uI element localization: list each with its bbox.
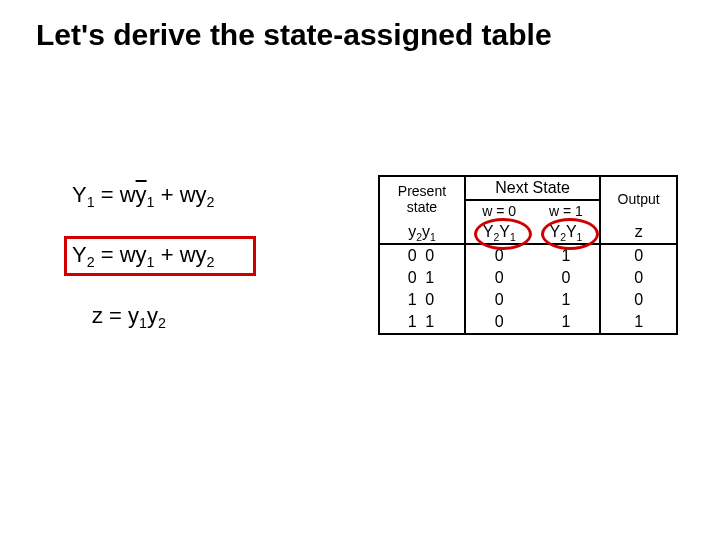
eq-z-term2: y2 [147, 303, 166, 328]
subheader-Y2Y1-w0: Y2Y1 [465, 221, 533, 244]
eq-y2-lhs: Y2 [72, 242, 95, 267]
eq-y1-term1: wy1 [120, 182, 155, 207]
col-w0-header: w = 0 [465, 200, 533, 221]
slide-title: Let's derive the state-assigned table [36, 18, 700, 52]
equation-y1: Y1 = wy1 + wy2 [72, 182, 214, 208]
col-present-header: Present state [379, 176, 465, 221]
subheader-z: z [600, 221, 677, 244]
state-table: Present state Next State Output w = 0 w … [378, 175, 678, 335]
eq-y1-lhs: Y1 [72, 182, 95, 207]
col-output-header: Output [600, 176, 677, 221]
equation-y2: Y2 = wy1 + wy2 [72, 242, 214, 268]
table-row: 0 1 0 0 0 [379, 267, 677, 289]
table-row: 0 0 0 1 0 [379, 244, 677, 267]
subheader-y2y1: y2y1 [379, 221, 465, 244]
table-row: 1 1 0 1 1 [379, 311, 677, 334]
col-nextstate-header: Next State [465, 176, 600, 200]
equation-z: z = y1y2 [92, 303, 214, 329]
eq-z-term1: y1 [128, 303, 147, 328]
col-w1-header: w = 1 [533, 200, 601, 221]
eq-y1-term2: wy2 [180, 182, 215, 207]
eq-y2-term1: wy1 [120, 242, 155, 267]
eq-y2-term2: wy2 [180, 242, 215, 267]
subheader-Y2Y1-w1: Y2Y1 [533, 221, 601, 244]
table-row: 1 0 0 1 0 [379, 289, 677, 311]
equation-block: Y1 = wy1 + wy2 Y2 = wy1 + wy2 z = y1y2 [72, 182, 214, 363]
